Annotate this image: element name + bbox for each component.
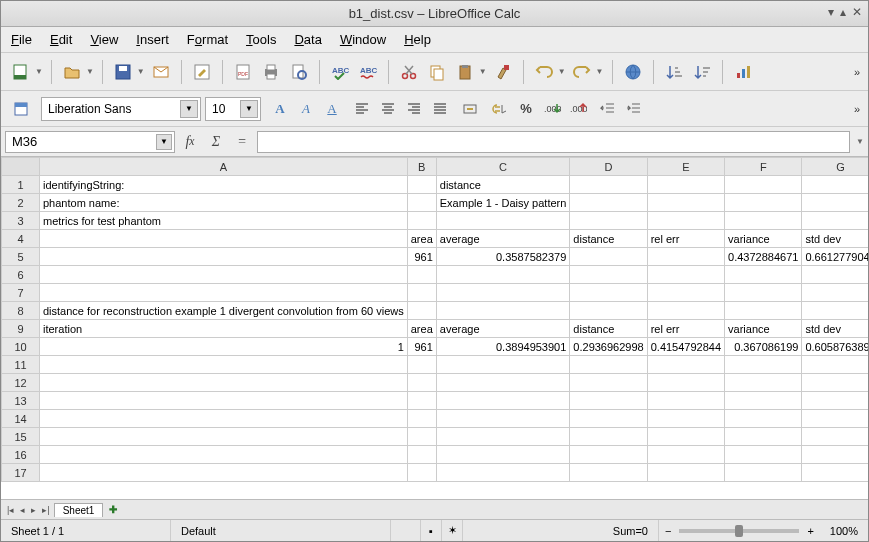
formula-input[interactable] [257, 131, 850, 153]
cell-C10[interactable]: 0.3894953901 [436, 338, 570, 356]
cell-B8[interactable] [407, 302, 436, 320]
cell-E16[interactable] [647, 446, 724, 464]
print-preview-icon[interactable] [287, 60, 311, 84]
cell-C17[interactable] [436, 464, 570, 482]
underline-button[interactable]: A [321, 98, 343, 120]
cell-A12[interactable] [40, 374, 408, 392]
cell-B5[interactable]: 961 [407, 248, 436, 266]
formula-expand[interactable]: ▼ [856, 137, 864, 146]
cell-C9[interactable]: average [436, 320, 570, 338]
zoom-out-icon[interactable]: − [665, 525, 671, 537]
cell-A14[interactable] [40, 410, 408, 428]
fmtbar-overflow[interactable]: » [854, 103, 860, 115]
copy-icon[interactable] [425, 60, 449, 84]
menu-tools[interactable]: Tools [246, 32, 276, 47]
col-header-A[interactable]: A [40, 158, 408, 176]
cell-E11[interactable] [647, 356, 724, 374]
redo-dropdown[interactable]: ▼ [596, 67, 604, 76]
cell-D11[interactable] [570, 356, 647, 374]
cell-C4[interactable]: average [436, 230, 570, 248]
col-header-F[interactable]: F [725, 158, 802, 176]
zoom-level[interactable]: 100% [820, 520, 868, 541]
cell-E10[interactable]: 0.4154792844 [647, 338, 724, 356]
cell-E9[interactable]: rel err [647, 320, 724, 338]
tab-prev-icon[interactable]: ◂ [18, 505, 27, 515]
maximize-button[interactable]: ▴ [840, 5, 846, 19]
select-all-corner[interactable] [2, 158, 40, 176]
cell-A13[interactable] [40, 392, 408, 410]
col-header-D[interactable]: D [570, 158, 647, 176]
cell-B17[interactable] [407, 464, 436, 482]
menu-help[interactable]: Help [404, 32, 431, 47]
cell-A11[interactable] [40, 356, 408, 374]
menu-edit[interactable]: Edit [50, 32, 72, 47]
cell-G1[interactable] [802, 176, 868, 194]
italic-button[interactable]: A [295, 98, 317, 120]
col-header-E[interactable]: E [647, 158, 724, 176]
cell-A5[interactable] [40, 248, 408, 266]
cell-D4[interactable]: distance [570, 230, 647, 248]
zoom-slider[interactable] [679, 529, 799, 533]
undo-icon[interactable] [532, 60, 556, 84]
col-header-G[interactable]: G [802, 158, 868, 176]
remove-decimal-icon[interactable]: .000 [567, 98, 589, 120]
cell-E17[interactable] [647, 464, 724, 482]
edit-mode-icon[interactable] [190, 60, 214, 84]
cell-F15[interactable] [725, 428, 802, 446]
sheet-tab-1[interactable]: Sheet1 [54, 503, 104, 517]
spellcheck-icon[interactable]: ABC [328, 60, 352, 84]
row-header-1[interactable]: 1 [2, 176, 40, 194]
row-header-7[interactable]: 7 [2, 284, 40, 302]
cell-G13[interactable] [802, 392, 868, 410]
cell-B3[interactable] [407, 212, 436, 230]
cell-C11[interactable] [436, 356, 570, 374]
cell-G6[interactable] [802, 266, 868, 284]
row-header-4[interactable]: 4 [2, 230, 40, 248]
cell-G14[interactable] [802, 410, 868, 428]
cell-F1[interactable] [725, 176, 802, 194]
cell-B9[interactable]: area [407, 320, 436, 338]
row-header-3[interactable]: 3 [2, 212, 40, 230]
add-decimal-icon[interactable]: .000 [541, 98, 563, 120]
cell-G15[interactable] [802, 428, 868, 446]
paste-icon[interactable] [453, 60, 477, 84]
new-dropdown[interactable]: ▼ [35, 67, 43, 76]
cell-C16[interactable] [436, 446, 570, 464]
cell-F10[interactable]: 0.367086199 [725, 338, 802, 356]
cell-B6[interactable] [407, 266, 436, 284]
row-header-11[interactable]: 11 [2, 356, 40, 374]
cell-D13[interactable] [570, 392, 647, 410]
merge-cells-icon[interactable] [459, 98, 481, 120]
styles-icon[interactable] [9, 97, 33, 121]
cell-F8[interactable] [725, 302, 802, 320]
row-header-12[interactable]: 12 [2, 374, 40, 392]
cell-B13[interactable] [407, 392, 436, 410]
cell-F5[interactable]: 0.4372884671 [725, 248, 802, 266]
sort-desc-icon[interactable] [690, 60, 714, 84]
percent-icon[interactable]: % [515, 98, 537, 120]
cell-G7[interactable] [802, 284, 868, 302]
col-header-C[interactable]: C [436, 158, 570, 176]
cell-D5[interactable] [570, 248, 647, 266]
cell-A10[interactable]: 1 [40, 338, 408, 356]
align-right-icon[interactable] [403, 98, 425, 120]
equals-icon[interactable]: = [231, 131, 253, 153]
cell-E12[interactable] [647, 374, 724, 392]
toolbar-overflow[interactable]: » [854, 66, 860, 78]
font-size-dropdown[interactable]: ▼ [240, 100, 258, 118]
cell-D14[interactable] [570, 410, 647, 428]
add-sheet-icon[interactable]: ✚ [105, 504, 121, 515]
row-header-8[interactable]: 8 [2, 302, 40, 320]
cell-B2[interactable] [407, 194, 436, 212]
row-header-15[interactable]: 15 [2, 428, 40, 446]
cell-F13[interactable] [725, 392, 802, 410]
cell-A7[interactable] [40, 284, 408, 302]
menu-file[interactable]: File [11, 32, 32, 47]
menu-insert[interactable]: Insert [136, 32, 169, 47]
font-name-dropdown[interactable]: ▼ [180, 100, 198, 118]
cell-G3[interactable] [802, 212, 868, 230]
cell-D15[interactable] [570, 428, 647, 446]
open-icon[interactable] [60, 60, 84, 84]
cell-E3[interactable] [647, 212, 724, 230]
cell-C1[interactable]: distance [436, 176, 570, 194]
